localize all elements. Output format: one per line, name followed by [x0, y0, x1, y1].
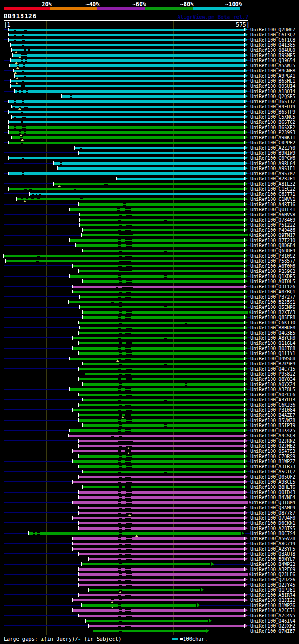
- hsp-bar[interactable]: [122, 342, 126, 344]
- hsp-bar[interactable]: [25, 64, 244, 67]
- hit-label[interactable]: UniRef100_A4RT16: [250, 202, 298, 207]
- hsp-bar[interactable]: [73, 265, 118, 267]
- hit-label[interactable]: UniRef100_Q2QSR5: [250, 94, 298, 99]
- hsp-bar[interactable]: [54, 162, 60, 165]
- hsp-bar[interactable]: [79, 322, 119, 324]
- hit-label[interactable]: UniRef100_C6T1C8: [250, 38, 298, 43]
- hit-label[interactable]: UniRef100_A1BQI4: [250, 89, 298, 94]
- hit-label[interactable]: UniRef100_C1EC22: [250, 187, 298, 192]
- hit-label[interactable]: UniRef100_Q318M4: [250, 501, 298, 505]
- hsp-bar[interactable]: [122, 394, 126, 396]
- hit-label[interactable]: UniRef100_A2ZJY0: [250, 146, 298, 150]
- hsp-bar[interactable]: [28, 198, 31, 200]
- hsp-bar[interactable]: [70, 275, 118, 278]
- hit-label[interactable]: UniRef100_A8G719: [250, 542, 298, 546]
- hit-label[interactable]: UniRef100_Q41385: [250, 43, 298, 48]
- hit-label[interactable]: UniRef100_B9NYL7: [250, 557, 298, 562]
- hsp-bar[interactable]: [82, 563, 119, 565]
- hsp-bar[interactable]: [79, 496, 119, 499]
- hsp-bar[interactable]: [73, 347, 118, 350]
- hsp-bar[interactable]: [24, 100, 244, 103]
- hit-label[interactable]: UniRef100_C6T3Q7: [250, 33, 298, 37]
- hsp-bar[interactable]: [122, 455, 126, 458]
- hsp-bar[interactable]: [121, 471, 164, 473]
- hsp-bar[interactable]: [17, 198, 21, 200]
- hsp-bar[interactable]: [15, 90, 17, 93]
- hsp-bar[interactable]: [89, 558, 118, 560]
- hit-label[interactable]: UniRef100_A2C4V5: [250, 614, 298, 618]
- hsp-bar[interactable]: [83, 198, 244, 200]
- hsp-bar[interactable]: [167, 219, 244, 221]
- hit-label[interactable]: UniRef100_Q116L4: [250, 341, 298, 346]
- hsp-bar[interactable]: [35, 532, 37, 535]
- hit-label[interactable]: UniRef100_B9GNH8: [250, 69, 298, 73]
- hsp-bar[interactable]: [72, 95, 244, 98]
- hit-label[interactable]: UniRef100_O87787: [250, 511, 298, 515]
- hsp-bar[interactable]: [70, 429, 118, 432]
- hit-label[interactable]: UniRef100_Q84UU0: [250, 48, 298, 53]
- hsp-bar[interactable]: [131, 388, 244, 391]
- hsp-bar[interactable]: [89, 625, 118, 627]
- hsp-bar[interactable]: [133, 286, 244, 288]
- hsp-bar[interactable]: [79, 465, 119, 468]
- hsp-bar[interactable]: [121, 409, 126, 411]
- hsp-bar[interactable]: [70, 239, 118, 242]
- hit-label[interactable]: UniRef100_Q2HW07: [250, 28, 298, 32]
- hsp-bar[interactable]: [73, 517, 119, 519]
- hsp-bar[interactable]: [83, 424, 119, 427]
- hsp-bar[interactable]: [122, 306, 164, 308]
- hsp-bar[interactable]: [83, 471, 118, 473]
- hsp-bar[interactable]: [79, 342, 119, 344]
- hsp-bar[interactable]: [23, 111, 244, 113]
- hit-label[interactable]: UniRef100_C0PPH2: [250, 141, 298, 145]
- hsp-bar[interactable]: [19, 64, 23, 67]
- hsp-bar[interactable]: [73, 409, 118, 411]
- hit-label[interactable]: UniRef100_C5XNG5: [250, 115, 298, 120]
- hsp-bar[interactable]: [26, 116, 244, 118]
- hsp-bar[interactable]: [131, 229, 244, 231]
- hit-label[interactable]: UniRef100_A5GVZ8: [250, 537, 298, 541]
- hsp-bar[interactable]: [121, 558, 126, 560]
- hsp-bar[interactable]: [167, 471, 244, 473]
- hsp-bar[interactable]: [121, 568, 125, 571]
- hit-label[interactable]: UniRef100_B7K969: [250, 362, 298, 366]
- hsp-bar[interactable]: [30, 49, 244, 51]
- hit-label[interactable]: UniRef100_B9SMR5: [250, 53, 298, 58]
- hsp-bar[interactable]: [79, 203, 123, 206]
- hit-label[interactable]: UniRef100_Q3AUT8: [250, 552, 298, 557]
- hit-label[interactable]: UniRef100_Q4C715: [250, 367, 298, 372]
- hit-label[interactable]: UniRef100_P49486: [250, 228, 298, 233]
- hit-label[interactable]: UniRef100_A3IR73: [250, 465, 298, 469]
- hsp-bar[interactable]: [121, 429, 125, 432]
- hsp-bar[interactable]: [132, 311, 248, 314]
- hsp-bar[interactable]: [118, 286, 122, 288]
- hsp-bar[interactable]: [79, 507, 119, 509]
- hit-label[interactable]: UniRef100_O31126: [250, 285, 298, 289]
- hsp-bar[interactable]: [132, 445, 244, 447]
- hsp-bar[interactable]: [121, 460, 125, 463]
- hsp-bar[interactable]: [79, 512, 118, 514]
- hsp-bar[interactable]: [121, 347, 125, 350]
- hsp-bar[interactable]: [132, 409, 244, 411]
- hsp-bar[interactable]: [79, 579, 118, 581]
- hit-label[interactable]: UniRef100_C1MVV1: [250, 197, 298, 202]
- hsp-bar[interactable]: [122, 620, 208, 622]
- hit-label[interactable]: UniRef100_A0T0U5: [250, 279, 298, 284]
- hsp-bar[interactable]: [79, 476, 119, 478]
- hsp-bar[interactable]: [80, 224, 119, 226]
- hsp-bar[interactable]: [133, 440, 244, 442]
- hsp-bar[interactable]: [122, 476, 125, 478]
- hit-label[interactable]: UniRef100_A8YCR0: [250, 336, 298, 341]
- hsp-bar[interactable]: [131, 347, 244, 350]
- hsp-bar[interactable]: [187, 322, 244, 324]
- hsp-bar[interactable]: [187, 383, 244, 386]
- hit-label[interactable]: UniRef100_B4WP22: [250, 562, 298, 567]
- hsp-bar[interactable]: [75, 147, 80, 149]
- hsp-bar[interactable]: [28, 106, 244, 108]
- hsp-bar[interactable]: [12, 49, 24, 51]
- hit-label[interactable]: UniRef100_Q8YQ34: [250, 377, 298, 382]
- hit-label[interactable]: UniRef100_Q2JLE6: [250, 572, 298, 577]
- hsp-bar[interactable]: [132, 501, 248, 504]
- hsp-bar[interactable]: [122, 507, 125, 509]
- hsp-bar[interactable]: [73, 609, 119, 612]
